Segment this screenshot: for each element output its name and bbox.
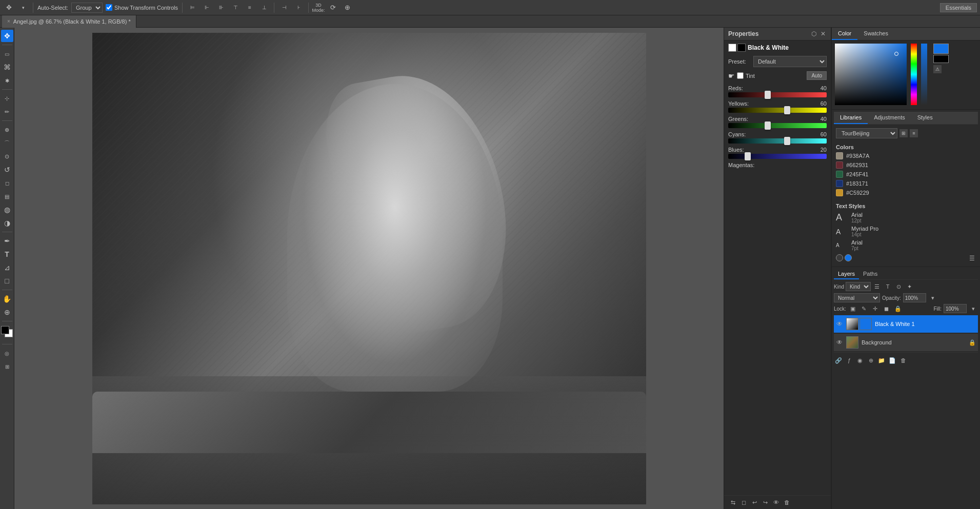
blues-thumb[interactable]: [745, 152, 751, 160]
kind-filter[interactable]: Kind: [846, 282, 871, 291]
layer-item-1[interactable]: 👁 Background 🔒: [834, 334, 978, 351]
move-tool[interactable]: ✥: [1, 30, 13, 42]
color-swatch-3[interactable]: [836, 180, 843, 187]
delete-layer-btn[interactable]: 🗑: [898, 356, 908, 365]
blend-mode-select[interactable]: Normal Multiply Screen: [834, 293, 880, 302]
pen-tool[interactable]: ✒: [1, 235, 13, 247]
screen-mode-btn[interactable]: ⊞: [1, 360, 13, 373]
greens-track[interactable]: [728, 123, 827, 128]
library-list-btn[interactable]: ≡: [910, 129, 918, 137]
cyans-track[interactable]: [728, 138, 827, 144]
align-right-btn[interactable]: ⊪: [215, 2, 227, 13]
auto-button[interactable]: Auto: [807, 71, 827, 80]
dodge-tool[interactable]: ◑: [1, 217, 13, 229]
text-tool[interactable]: T: [1, 248, 13, 260]
blur-tool[interactable]: ◍: [1, 203, 13, 216]
lock-position-btn[interactable]: ✛: [871, 304, 880, 313]
auto-select-dropdown[interactable]: Group Layer: [71, 3, 103, 13]
gradient-tool[interactable]: ▤: [1, 190, 13, 202]
prop-eye-btn[interactable]: 👁: [771, 498, 781, 507]
marquee-tool[interactable]: ▭: [1, 48, 13, 60]
new-group-btn[interactable]: 📁: [877, 356, 886, 365]
blues-track[interactable]: [728, 154, 827, 159]
properties-close-btn[interactable]: ✕: [819, 30, 827, 37]
color-spectrum[interactable]: [835, 44, 907, 105]
lock-pixels-btn[interactable]: ✎: [859, 304, 869, 313]
opacity-input[interactable]: [903, 293, 926, 302]
align-middle-btn[interactable]: ≡: [244, 2, 255, 13]
prop-redo-btn[interactable]: ↪: [761, 498, 770, 507]
layer-visibility-0[interactable]: 👁: [836, 320, 843, 328]
layer-adj-btn[interactable]: ⊙: [894, 282, 903, 291]
hue-strip[interactable]: [911, 44, 917, 105]
tab-adjustments[interactable]: Adjustments: [868, 112, 911, 124]
essentials-button[interactable]: Essentials: [940, 3, 977, 12]
color-swatch-4[interactable]: [836, 189, 843, 196]
tab-color[interactable]: Color: [832, 28, 857, 40]
color-swatch-0[interactable]: [836, 152, 843, 159]
tab-styles[interactable]: Styles: [911, 112, 939, 124]
color-swatch-2[interactable]: [836, 171, 843, 178]
prop-undo-btn[interactable]: ↩: [750, 498, 759, 507]
color-swatch-1[interactable]: [836, 161, 843, 169]
brush-tool[interactable]: ⌒: [1, 137, 13, 149]
align-center-btn[interactable]: ⊩: [201, 2, 212, 13]
eyedropper-tool[interactable]: ✏: [1, 106, 13, 118]
prop-mask-btn[interactable]: ◻: [739, 498, 748, 507]
distribute-h-btn[interactable]: ⊣: [278, 2, 290, 13]
tint-checkbox[interactable]: [737, 72, 744, 79]
lock-transparency-btn[interactable]: ▣: [848, 304, 857, 313]
magic-wand-tool[interactable]: ✱: [1, 74, 13, 87]
layer-mask-btn[interactable]: ◉: [855, 356, 865, 365]
reds-track[interactable]: [728, 92, 827, 97]
tab-swatches[interactable]: Swatches: [857, 28, 894, 40]
path-tool[interactable]: ⊿: [1, 261, 13, 274]
properties-expand-btn[interactable]: ⬡: [810, 30, 817, 37]
reds-thumb[interactable]: [765, 91, 771, 99]
color-circle-dark[interactable]: [836, 254, 843, 261]
tab-libraries[interactable]: Libraries: [834, 112, 868, 124]
yellows-track[interactable]: [728, 108, 827, 113]
fill-options-btn[interactable]: ▾: [969, 304, 978, 313]
distribute-v-btn[interactable]: ⊦: [293, 2, 304, 13]
crop-tool[interactable]: ⊹: [1, 92, 13, 105]
tab-layers[interactable]: Layers: [834, 269, 859, 279]
document-tab[interactable]: × Angel.jpg @ 66.7% (Black & White 1, RG…: [2, 15, 136, 28]
library-grid-btn[interactable]: ⊞: [899, 129, 908, 137]
shape-tool[interactable]: □: [1, 275, 13, 287]
lock-all-btn[interactable]: 🔒: [893, 304, 903, 313]
text-style-options-btn[interactable]: ☰: [968, 254, 976, 262]
clone-tool[interactable]: ⊙: [1, 150, 13, 162]
alpha-strip[interactable]: [921, 44, 927, 105]
layer-item-0[interactable]: 👁 Black & White 1: [834, 315, 978, 333]
layer-style-btn[interactable]: ƒ: [845, 356, 854, 365]
align-bottom-btn[interactable]: ⊥: [258, 2, 270, 13]
new-layer-btn[interactable]: 📄: [888, 356, 897, 365]
sub-tool-btn[interactable]: ▾: [17, 2, 29, 13]
yellows-thumb[interactable]: [784, 106, 790, 114]
healing-tool[interactable]: ⊕: [1, 124, 13, 136]
canvas-area[interactable]: [14, 28, 724, 509]
prop-switch-btn[interactable]: ⇆: [728, 498, 737, 507]
link-layers-btn[interactable]: 🔗: [834, 356, 843, 365]
layer-filter-btn[interactable]: ☰: [872, 282, 882, 291]
eraser-tool[interactable]: ◻: [1, 177, 13, 189]
preset-dropdown[interactable]: Default High Contrast: [753, 56, 827, 67]
color-warning-btn[interactable]: ⚠: [933, 65, 942, 73]
layer-type-btn[interactable]: T: [883, 282, 892, 291]
history-tool[interactable]: ↺: [1, 164, 13, 176]
cyans-thumb[interactable]: [784, 137, 790, 145]
tab-close-btn[interactable]: ×: [7, 18, 10, 24]
lasso-tool[interactable]: ⌘: [1, 61, 13, 73]
layer-adj-new-btn[interactable]: ⊕: [866, 356, 875, 365]
3d-mode-btn[interactable]: 3D Mode:: [313, 2, 324, 13]
3d-rotate-btn[interactable]: ⟳: [327, 2, 338, 13]
transform-controls-checkbox[interactable]: [106, 4, 112, 11]
align-top-btn[interactable]: ⊤: [230, 2, 241, 13]
align-left-btn[interactable]: ⊨: [187, 2, 198, 13]
color-circle-blue[interactable]: [845, 254, 852, 261]
library-dropdown[interactable]: TourBeijing: [836, 128, 897, 138]
3d-zoom-btn[interactable]: ⊕: [342, 2, 353, 13]
zoom-tool[interactable]: ⊕: [1, 306, 13, 318]
lock-artboard-btn[interactable]: ◼: [882, 304, 891, 313]
